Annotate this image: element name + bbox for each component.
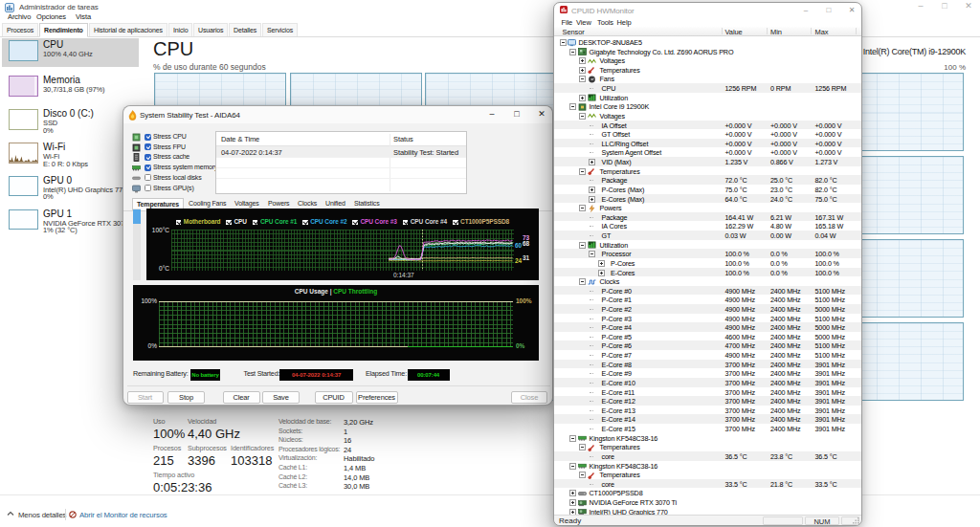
open-resource-monitor-link[interactable]: Abrir el Monitor de recursos: [79, 511, 167, 519]
less-details-button[interactable]: Menos detalles: [18, 511, 66, 519]
tab-procesos[interactable]: Procesos: [2, 23, 38, 36]
collapse-icon[interactable]: [579, 76, 586, 82]
tab-servicios[interactable]: Servicios: [262, 23, 298, 36]
collapse-icon[interactable]: [579, 113, 586, 120]
sensor-row[interactable]: Kingston KF548C38-16: [554, 461, 861, 471]
sensor-row[interactable]: P-Core #64700 MHz2400 MHz5100 MHz: [554, 340, 861, 350]
clear-button[interactable]: Clear: [223, 391, 260, 404]
sensor-row[interactable]: Processor100.0 %0.0 %100.0 %: [554, 249, 861, 258]
tab-detalles[interactable]: Detalles: [229, 23, 261, 36]
sensor-row[interactable]: E-Core #93700 MHz2400 MHz3901 MHz: [554, 368, 861, 378]
sensor-row[interactable]: Fans: [554, 74, 861, 83]
stop-button[interactable]: Stop: [167, 391, 205, 404]
menu-vista[interactable]: Vista: [76, 12, 91, 21]
collapse-icon[interactable]: [579, 278, 586, 285]
sensor-row[interactable]: P-Core #54600 MHz2400 MHz5000 MHz: [554, 332, 861, 341]
sensor-row[interactable]: E-Core #123700 MHz2400 MHz3901 MHz: [554, 396, 861, 406]
hwmonitor-maximize-icon[interactable]: □: [818, 4, 839, 16]
sensor-row[interactable]: Utilization: [554, 240, 861, 250]
sensor-row[interactable]: Voltages: [554, 55, 861, 65]
sensor-row[interactable]: E-Core #153700 MHz2400 MHz3901 MHz: [554, 424, 861, 433]
sensor-row[interactable]: DESKTOP-8NU8AE5: [554, 37, 861, 47]
sidebar-item-gpu-1[interactable]: GPU 1NVIDIA GeForce RTX 3070 Ti1% (32 °C…: [2, 208, 139, 236]
expand-icon[interactable]: [569, 499, 576, 506]
sensor-row[interactable]: Temperatures: [554, 470, 861, 479]
sensor-row[interactable]: P-Core #74900 MHz2400 MHz5100 MHz: [554, 350, 861, 360]
sensor-row[interactable]: LLC/Ring Offset+0.000 V+0.000 V+0.000 V: [554, 139, 861, 148]
expand-icon[interactable]: [579, 57, 586, 64]
sensor-row[interactable]: NVIDIA GeForce RTX 3070 Ti: [554, 497, 861, 507]
sensor-row[interactable]: Utilization: [554, 93, 861, 102]
expand-icon[interactable]: [579, 67, 586, 74]
sensor-row[interactable]: core36.5 °C23.8 °C36.5 °C: [554, 451, 861, 461]
sidebar-item-wi-fi[interactable]: Wi-FiWi-FiE: 0 R: 0 Kbps: [2, 141, 139, 169]
stress-local-disks-checkbox[interactable]: [145, 174, 151, 181]
sensor-row[interactable]: Package72.0 °C25.0 °C82.0 °C: [554, 175, 861, 185]
sensor-row[interactable]: VID (Max)1.235 V0.866 V1.273 V: [554, 157, 861, 166]
stress-gpu-s--checkbox[interactable]: [145, 185, 151, 191]
expand-icon[interactable]: [598, 260, 605, 267]
expand-icon[interactable]: [569, 490, 576, 496]
sensor-row[interactable]: Clocks: [554, 276, 861, 286]
sensor-row[interactable]: GT Offset+0.000 V+0.000 V+0.000 V: [554, 129, 861, 139]
sensor-row[interactable]: P-Core #14900 MHz2400 MHz5100 MHz: [554, 295, 861, 304]
expand-icon[interactable]: [589, 159, 595, 165]
collapse-icon[interactable]: [569, 103, 576, 110]
sensor-row[interactable]: E-Cores100.0 %0.0 %100.0 %: [554, 268, 861, 277]
sensor-row[interactable]: P-Core #34900 MHz2400 MHz5100 MHz: [554, 314, 861, 323]
sensor-row[interactable]: Kingston KF548C38-16: [554, 433, 861, 443]
expand-icon[interactable]: [589, 196, 595, 203]
graph-scrollbar-thumb[interactable]: [133, 209, 141, 224]
cpuid-button[interactable]: CPUID: [315, 391, 353, 404]
menu-archivo[interactable]: Archivo: [8, 12, 31, 21]
sensor-row[interactable]: CPU1256 RPM0 RPM1256 RPM: [554, 83, 861, 93]
save-button[interactable]: Save: [262, 391, 300, 404]
sensor-row[interactable]: System Agent Offset+0.000 V+0.000 V+0.00…: [554, 147, 861, 157]
stress-fpu-checkbox[interactable]: [145, 143, 151, 150]
expand-icon[interactable]: [589, 187, 595, 193]
hwmonitor-minimize-icon[interactable]: –: [795, 4, 816, 16]
sensor-row[interactable]: core33.5 °C21.8 °C33.5 °C: [554, 479, 861, 489]
sensor-row[interactable]: Temperatures: [554, 65, 861, 75]
sensor-row[interactable]: P-Cores (Max)75.0 °C23.0 °C82.0 °C: [554, 185, 861, 194]
sensor-row[interactable]: Temperatures: [554, 166, 861, 176]
sensor-row[interactable]: E-Core #133700 MHz2400 MHz3901 MHz: [554, 406, 861, 415]
collapse-icon[interactable]: [579, 444, 586, 450]
sensor-row[interactable]: Powers: [554, 203, 861, 212]
sensor-row[interactable]: P-Core #44900 MHz2400 MHz5000 MHz: [554, 322, 861, 332]
collapse-icon[interactable]: [569, 463, 576, 470]
sensor-row[interactable]: Package164.41 W6.21 W167.31 W: [554, 212, 861, 222]
collapse-icon[interactable]: [579, 168, 586, 175]
stress-cache-checkbox[interactable]: [145, 154, 151, 161]
collapse-icon[interactable]: [569, 435, 576, 442]
collapse-icon[interactable]: [579, 472, 586, 478]
hwm-menu-help[interactable]: Help: [617, 18, 632, 27]
task-manager-close-icon[interactable]: ✕: [957, 1, 980, 11]
preferences-button[interactable]: Preferences: [356, 391, 398, 404]
stress-cpu-checkbox[interactable]: [145, 134, 151, 141]
collapse-icon[interactable]: [569, 49, 576, 55]
sensor-row[interactable]: E-Core #83700 MHz2400 MHz3901 MHz: [554, 360, 861, 369]
hwmonitor-close-icon[interactable]: ✕: [841, 4, 862, 16]
hwm-menu-view[interactable]: View: [576, 18, 591, 27]
task-manager-maximize-icon[interactable]: □: [933, 1, 956, 11]
collapse-icon[interactable]: [579, 242, 586, 249]
sidebar-item-disco-0-c-[interactable]: Disco 0 (C:)SSD0%: [2, 107, 139, 136]
menu-opciones[interactable]: Opciones: [36, 12, 66, 21]
sensor-row[interactable]: Temperatures: [554, 442, 861, 451]
aida64-minimize-icon[interactable]: –: [479, 106, 504, 122]
expand-icon[interactable]: [598, 270, 605, 276]
aida64-close-icon[interactable]: ✕: [529, 106, 554, 122]
resize-grip[interactable]: [851, 516, 860, 525]
sidebar-item-gpu-0[interactable]: GPU 0Intel(R) UHD Graphics 7700%: [2, 174, 139, 203]
sensor-row[interactable]: IA Cores162.29 W4.80 W165.18 W: [554, 221, 861, 231]
aida64-maximize-icon[interactable]: □: [504, 106, 529, 122]
sidebar-item-memoria[interactable]: Memoria30,7/31,8 GB (97%): [2, 74, 139, 102]
sensor-row[interactable]: P-Cores100.0 %0.0 %100.0 %: [554, 258, 861, 268]
tab-historial-de-aplicaciones[interactable]: Historial de aplicaciones: [89, 23, 167, 36]
close-button[interactable]: Close: [511, 391, 547, 404]
sensor-row[interactable]: P-Core #04900 MHz2400 MHz5100 MHz: [554, 286, 861, 296]
tab-rendimiento[interactable]: Rendimiento: [39, 23, 88, 37]
sensor-row[interactable]: GT0.03 W0.00 W0.04 W: [554, 231, 861, 240]
collapse-icon[interactable]: [589, 251, 595, 257]
